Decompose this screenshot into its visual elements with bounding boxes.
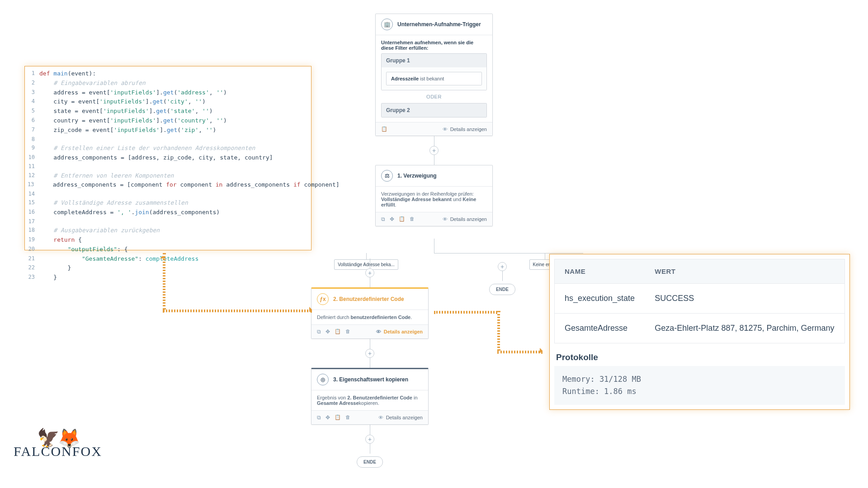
- add-step-button[interactable]: +: [365, 435, 374, 444]
- connector-line: [434, 155, 434, 165]
- chip-rest: ist bekannt: [419, 76, 444, 81]
- result-table: NAME WERT hs_execution_stateSUCCESSGesam…: [554, 259, 845, 343]
- custom-code-details-link[interactable]: Details anzeigen: [376, 329, 423, 334]
- branch-details-link[interactable]: Details anzeigen: [443, 216, 487, 222]
- chip-bold: Adresszeile: [391, 76, 419, 81]
- code-editor-panel: 1def main(event):2 # Eingabevariablen ab…: [24, 66, 311, 250]
- cp-bold1: 2. Benutzerdefinierter Code: [347, 395, 412, 400]
- code-block: 1def main(event):2 # Eingabevariablen ab…: [25, 66, 311, 285]
- add-step-button[interactable]: +: [498, 262, 507, 271]
- falconfox-mark-icon: 🦅🦊: [14, 433, 102, 444]
- trigger-group-2[interactable]: Gruppe 2: [381, 103, 487, 117]
- details-label: Details anzeigen: [386, 415, 423, 420]
- or-divider: ODER: [381, 94, 487, 99]
- th-name: NAME: [555, 259, 645, 284]
- branch-bold1: Vollständige Adresse bekannt: [381, 197, 452, 202]
- delete-icon[interactable]: [410, 216, 415, 222]
- custom-code-foot: Details anzeigen: [311, 324, 428, 338]
- cc-prefix: Definiert durch: [317, 314, 351, 320]
- arrow-code-to-block: [163, 253, 312, 312]
- group2-label: Gruppe 2: [382, 103, 486, 117]
- protokolle-heading: Protokolle: [556, 352, 843, 362]
- move-icon[interactable]: [390, 216, 394, 222]
- group1-label: Gruppe 1: [382, 54, 486, 67]
- custom-code-title: 2. Benutzerdefinierter Code: [333, 296, 404, 302]
- copy-prop-body: Ergebnis von 2. Benutzerdefinierter Code…: [311, 390, 428, 410]
- ende-pill: ENDE: [489, 284, 515, 295]
- copy-prop-foot: Details anzeigen: [311, 410, 428, 424]
- falconfox-logo: 🦅🦊 FALCONFOX: [14, 433, 102, 459]
- th-value: WERT: [645, 259, 844, 284]
- trigger-subtitle: Unternehmen aufnehmen, wenn sie die dies…: [381, 40, 487, 51]
- details-label: Details anzeigen: [450, 127, 487, 132]
- result-value: Geza-Ehlert-Platz 887, 81275, Parchim, G…: [645, 314, 844, 343]
- clipboard-icon[interactable]: [335, 328, 341, 335]
- trigger-group-1[interactable]: Gruppe 1 Adresszeile ist bekannt: [381, 53, 487, 90]
- clipboard-icon[interactable]: [335, 414, 341, 421]
- copy-property-card[interactable]: ◎ 3. Eigenschaftswert kopieren Ergebnis …: [311, 368, 429, 425]
- branch-left-subflow: + ƒx 2. Benutzerdefinierter Code Definie…: [311, 258, 429, 470]
- trigger-card[interactable]: 🏢 Unternehmen-Aufnahme-Trigger Unternehm…: [375, 14, 493, 136]
- delete-icon[interactable]: [345, 328, 350, 335]
- cp-prefix: Ergebnis von: [317, 395, 347, 400]
- result-value: SUCCESS: [645, 284, 844, 314]
- filter-chip-addresszeile[interactable]: Adresszeile ist bekannt: [386, 72, 482, 85]
- trigger-details-link[interactable]: Details anzeigen: [443, 127, 487, 132]
- clipboard-icon[interactable]: [381, 126, 387, 132]
- workflow-column: 🏢 Unternehmen-Aufnahme-Trigger Unternehm…: [375, 14, 493, 226]
- trigger-head: 🏢 Unternehmen-Aufnahme-Trigger: [376, 14, 492, 35]
- custom-code-body: Definiert durch benutzerdefinierten Code…: [311, 310, 428, 324]
- log-runtime: Runtime: 1.86 ms: [562, 385, 837, 398]
- branch-title: 1. Verzweigung: [397, 173, 437, 179]
- fx-icon: ƒx: [317, 293, 329, 305]
- copy-prop-head: ◎ 3. Eigenschaftswert kopieren: [311, 369, 428, 390]
- branch-icon: ⚖: [381, 170, 393, 182]
- cp-mid: in: [412, 395, 418, 400]
- cp-suffix: kopieren.: [359, 400, 379, 406]
- cc-bold: benutzerdefinierten Code: [351, 314, 411, 320]
- move-icon[interactable]: [326, 414, 330, 421]
- copy-icon[interactable]: [381, 216, 385, 222]
- table-row: GesamteAdresseGeza-Ehlert-Platz 887, 812…: [555, 314, 845, 343]
- connector-line: [434, 136, 434, 146]
- log-output: Memory: 31/128 MB Runtime: 1.86 ms: [554, 366, 845, 405]
- branch-head: ⚖ 1. Verzweigung: [376, 165, 492, 187]
- eye-icon: [378, 415, 383, 420]
- move-icon[interactable]: [326, 328, 330, 335]
- result-name: hs_execution_state: [555, 284, 645, 314]
- details-label: Details anzeigen: [384, 329, 423, 334]
- custom-code-head: ƒx 2. Benutzerdefinierter Code: [311, 289, 428, 310]
- delete-icon[interactable]: [345, 414, 350, 421]
- branch-desc-prefix: Verzweigungen in der Reihenfolge prüfen:: [381, 191, 474, 197]
- target-icon: ◎: [317, 374, 329, 385]
- trigger-body: Unternehmen aufnehmen, wenn sie die dies…: [376, 35, 492, 122]
- cp-bold2: Gesamte Adresse: [317, 400, 359, 406]
- branch-right-subflow: + ENDE: [486, 262, 518, 298]
- log-memory: Memory: 31/128 MB: [562, 373, 837, 385]
- eye-icon: [443, 216, 448, 222]
- add-step-button[interactable]: +: [365, 268, 374, 277]
- trigger-title: Unternehmen-Aufnahme-Trigger: [397, 21, 481, 28]
- eye-icon: [443, 127, 448, 132]
- copy-prop-title: 3. Eigenschaftswert kopieren: [333, 376, 408, 383]
- custom-code-card[interactable]: ƒx 2. Benutzerdefinierter Code Definiert…: [311, 287, 429, 339]
- branch-mid: und: [452, 197, 462, 202]
- eye-icon: [376, 329, 381, 334]
- table-row: hs_execution_stateSUCCESS: [555, 284, 845, 314]
- branch-foot: Details anzeigen: [376, 212, 492, 226]
- building-icon: 🏢: [381, 19, 393, 30]
- trigger-foot: Details anzeigen: [376, 122, 492, 136]
- clipboard-icon[interactable]: [399, 216, 405, 222]
- copy-icon[interactable]: [317, 328, 321, 335]
- details-label: Details anzeigen: [450, 216, 487, 222]
- copy-icon[interactable]: [317, 414, 321, 421]
- arrow-block-to-result: [434, 311, 542, 352]
- branch-body: Verzweigungen in der Reihenfolge prüfen:…: [376, 187, 492, 212]
- branch-card[interactable]: ⚖ 1. Verzweigung Verzweigungen in der Re…: [375, 165, 493, 226]
- falconfox-logotype: FALCONFOX: [14, 444, 102, 459]
- add-step-button[interactable]: +: [365, 349, 374, 358]
- execution-result-panel: NAME WERT hs_execution_stateSUCCESSGesam…: [549, 254, 850, 410]
- ende-pill: ENDE: [357, 456, 383, 468]
- add-step-button[interactable]: +: [429, 146, 439, 155]
- copy-prop-details-link[interactable]: Details anzeigen: [378, 415, 423, 420]
